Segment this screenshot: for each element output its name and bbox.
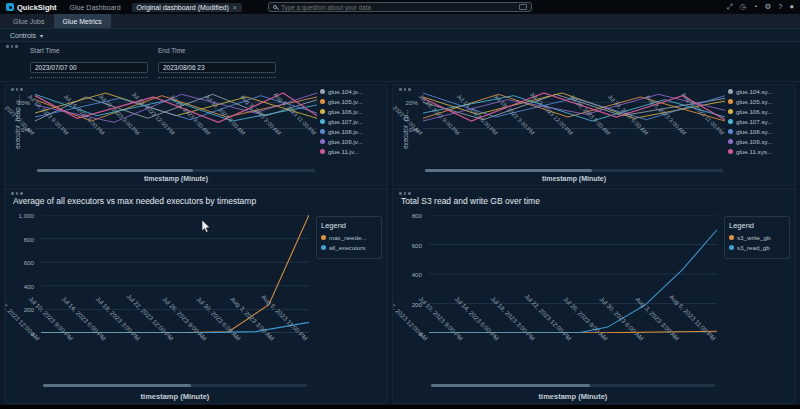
y-tick-label: 400 xyxy=(412,271,422,278)
legend-item[interactable]: glue.105.jv... xyxy=(320,98,384,105)
chart-scrollbar[interactable] xyxy=(431,384,715,387)
scrollbar-thumb[interactable] xyxy=(43,384,191,387)
y-tick-label: 200 xyxy=(24,306,34,313)
y-tick-label: 400 xyxy=(24,282,34,289)
x-axis-title: timestamp (Minute) xyxy=(35,175,317,182)
doc-tab-glue-dashboard[interactable]: Glue Dashboard xyxy=(65,3,126,12)
app-topbar: QuickSight Glue Dashboard Original dashb… xyxy=(0,0,800,14)
chart-legend: glue.104.sy...glue.105.sy...glue.106.sy.… xyxy=(728,88,792,158)
tab-glue-jobs[interactable]: Glue Jobs xyxy=(4,14,54,28)
bottom-strip xyxy=(0,405,800,409)
quicksight-brand[interactable]: QuickSight xyxy=(6,3,57,12)
y-tick-label: 20% xyxy=(18,99,30,106)
doc-tab-label: Original dashboard (Modified) xyxy=(137,4,229,11)
chart-legend: Legend s3_write_gbs3_read_gb xyxy=(724,216,790,259)
panel-menu-dots[interactable] xyxy=(11,192,23,195)
help-icon[interactable]: ? xyxy=(778,3,782,11)
legend-items: s3_write_gbs3_read_gb xyxy=(729,234,785,251)
expand-icon[interactable]: ⤢ xyxy=(726,3,732,11)
plot-area: 20%0% Jul 7, 2023 12:00 AMJul 10, 2023 9… xyxy=(35,89,317,185)
y-tick-label: 1,000 xyxy=(19,212,34,219)
bell-icon[interactable]: ◔ xyxy=(753,3,758,11)
search-input[interactable] xyxy=(281,4,515,11)
legend-item[interactable]: glue.104.jv... xyxy=(320,88,384,95)
x-axis-ticks: Jul 7, 2023 12:00 AMJul 10, 2023 9:00 PM… xyxy=(429,336,717,381)
chart-scrollbar[interactable] xyxy=(37,169,315,172)
legend-items: glue.104.sy...glue.105.sy...glue.106.sy.… xyxy=(728,88,792,155)
legend-item[interactable]: glue.104.sy... xyxy=(728,88,792,95)
legend-item[interactable]: glue.105.sy... xyxy=(728,98,792,105)
clock-icon[interactable]: ◷ xyxy=(739,3,746,11)
x-axis-title: timestamp (Minute) xyxy=(423,175,725,182)
chart-scrollbar[interactable] xyxy=(425,169,723,172)
start-time-field: Start Time xyxy=(30,47,148,78)
panel-menu-dots[interactable] xyxy=(399,192,411,195)
legend-item[interactable]: glue.108.sy... xyxy=(728,128,792,135)
y-tick-label: 600 xyxy=(412,241,422,248)
scrollbar-thumb[interactable] xyxy=(431,384,590,387)
controls-collapse-icon[interactable]: ▾ xyxy=(40,32,43,39)
legend-item[interactable]: all_executors xyxy=(321,244,377,251)
chart-title: Average of all executors vs max needed e… xyxy=(13,196,256,206)
user-avatar[interactable]: ● xyxy=(789,3,794,11)
panel-menu-dots[interactable] xyxy=(11,88,23,91)
plot-area: 20%0% Jul 7, 2023 12:00 AMJul 10, 2023 9… xyxy=(423,89,725,185)
legend-item[interactable]: glue.107.jv... xyxy=(320,118,384,125)
chart-title: Total S3 read and write GB over time xyxy=(401,196,540,206)
sheet-tab-bar: Glue Jobs Glue Metrics xyxy=(0,14,800,29)
end-time-underline xyxy=(158,77,276,78)
controls-panel: Start Time End Time xyxy=(0,42,800,82)
document-tabs: Glue Dashboard Original dashboard (Modif… xyxy=(65,3,242,12)
legend-item[interactable]: glue.11.sys... xyxy=(728,148,792,155)
start-time-input[interactable] xyxy=(30,62,148,73)
legend-item[interactable]: glue.109.sy... xyxy=(728,138,792,145)
chart-scrollbar[interactable] xyxy=(43,384,307,387)
panel-menu-dots[interactable] xyxy=(399,88,411,91)
tab-glue-metrics[interactable]: Glue Metrics xyxy=(54,14,111,28)
q-search-bar[interactable] xyxy=(268,2,532,12)
gear-icon[interactable]: ⚙ xyxy=(765,3,772,11)
plot-area: 8006004002000 Jul 7, 2023 12:00 AMJul 10… xyxy=(429,215,717,403)
y-tick-label: 800 xyxy=(24,235,34,242)
close-icon[interactable]: × xyxy=(233,4,237,11)
scrollbar-thumb[interactable] xyxy=(425,169,592,172)
legend-title: Legend xyxy=(729,221,785,230)
brand-label: QuickSight xyxy=(17,3,57,12)
legend-item[interactable]: glue.106.jv... xyxy=(320,108,384,115)
end-time-field: End Time xyxy=(158,47,276,78)
search-icon xyxy=(273,5,277,9)
x-axis-title: timestamp (Minute) xyxy=(429,392,717,401)
mouse-cursor xyxy=(202,220,211,233)
x-axis-title: timestamp (Minute) xyxy=(41,392,309,401)
x-axis-ticks: Jul 7, 2023 12:00 AMJul 10, 2023 9:00 PM… xyxy=(423,131,725,166)
legend-item[interactable]: glue.108.jv... xyxy=(320,128,384,135)
chart-panel-executors-vs-needed: Average of all executors vs max needed e… xyxy=(4,188,388,404)
topbar-icons: ⤢ ◷ ◔ ⚙ ? ● xyxy=(726,3,794,11)
legend-item[interactable]: glue.106.sy... xyxy=(728,108,792,115)
chart-panel-executor-cpu: executor_cp... 20%0% Jul 7, 2023 12:00 A… xyxy=(392,84,796,186)
legend-items: max_neede...all_executors xyxy=(321,234,377,251)
doc-tab-original-dashboard[interactable]: Original dashboard (Modified) × xyxy=(132,3,242,12)
controls-menu-dots[interactable] xyxy=(6,45,18,48)
plot-area: 1,0008006004002000 Jul 7, 2023 12:00 AMJ… xyxy=(41,215,309,403)
chart-panel-s3-read-write: Total S3 read and write GB over time 800… xyxy=(392,188,796,404)
start-time-underline xyxy=(30,77,148,78)
chart-legend: Legend max_neede...all_executors xyxy=(316,216,382,259)
legend-item[interactable]: glue.107.sy... xyxy=(728,118,792,125)
chart-panel-executor-heap-usage: executor_heap_u... 20%0% Jul 7, 2023 12:… xyxy=(4,84,388,186)
controls-header[interactable]: Controls ▾ xyxy=(0,29,800,42)
legend-item[interactable]: s3_write_gb xyxy=(729,234,785,241)
chart-legend: glue.104.jv...glue.105.jv...glue.106.jv.… xyxy=(320,88,384,158)
legend-item[interactable]: s3_read_gb xyxy=(729,244,785,251)
dashboard-area: executor_heap_u... 20%0% Jul 7, 2023 12:… xyxy=(0,82,800,405)
x-axis-ticks: Jul 7, 2023 12:00 AMJul 10, 2023 9:00 PM… xyxy=(41,336,309,381)
legend-item[interactable]: glue.11.jv... xyxy=(320,148,384,155)
legend-title: Legend xyxy=(321,221,377,230)
legend-items: glue.104.jv...glue.105.jv...glue.106.jv.… xyxy=(320,88,384,155)
y-tick-label: 20% xyxy=(406,99,418,106)
scrollbar-thumb[interactable] xyxy=(37,169,193,172)
legend-item[interactable]: glue.109.jv... xyxy=(320,138,384,145)
legend-item[interactable]: max_neede... xyxy=(321,234,377,241)
end-time-input[interactable] xyxy=(158,62,276,73)
search-shortcut-icon xyxy=(519,4,527,10)
